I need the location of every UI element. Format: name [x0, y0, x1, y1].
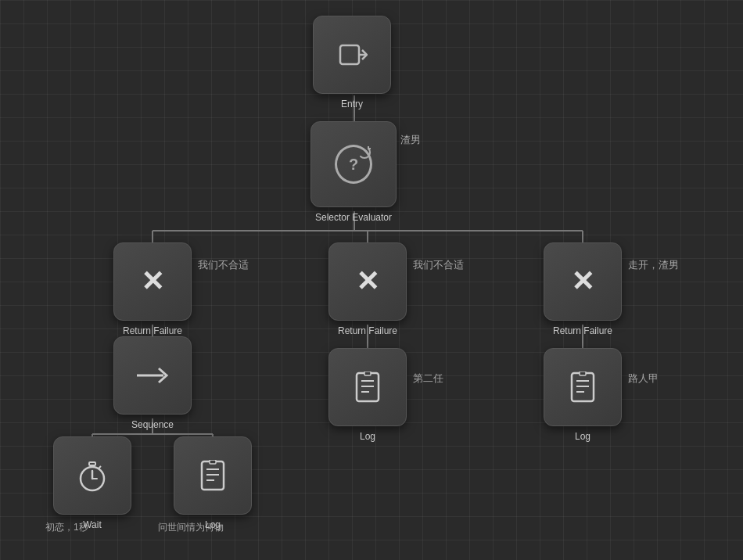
wait-box: [53, 436, 131, 515]
selector-icon: ?: [335, 145, 372, 183]
return-failure-3-label: Return Failure: [553, 325, 612, 336]
log-2-node[interactable]: Log 路人甲: [544, 348, 622, 442]
sequence-label: Sequence: [131, 419, 174, 430]
svg-rect-27: [89, 462, 95, 465]
log-3-node[interactable]: Log 问世间情为何物: [174, 436, 252, 530]
log-icon-1: [349, 368, 386, 406]
log-1-node[interactable]: Log 第二任: [328, 348, 407, 442]
selector-evaluator-node[interactable]: ? Selector Evaluator 渣男: [310, 121, 397, 223]
x-icon-2: ✕: [349, 263, 386, 300]
x-icon-3: ✕: [564, 263, 601, 300]
wait-node[interactable]: Wait 初恋，1秒: [53, 436, 131, 530]
svg-rect-13: [340, 45, 359, 64]
log-2-box: [544, 348, 622, 426]
return-failure-3-node[interactable]: ✕ Return Failure 走开，渣男: [544, 242, 622, 336]
log-icon-2: [564, 368, 601, 406]
return-failure-3-box: ✕: [544, 242, 622, 321]
return-failure-2-box: ✕: [328, 242, 407, 321]
selector-evaluator-comment: 渣男: [400, 133, 421, 147]
return-failure-1-node[interactable]: ✕ Return Failure 我们不合适: [113, 242, 192, 336]
entry-node[interactable]: Entry: [313, 16, 391, 109]
return-failure-1-box: ✕: [113, 242, 192, 321]
entry-node-box: [313, 16, 391, 94]
log-1-box: [328, 348, 407, 426]
return-failure-2-node[interactable]: ✕ Return Failure 我们不合适: [328, 242, 407, 336]
sequence-node[interactable]: Sequence: [113, 336, 192, 430]
log-icon-3: [194, 457, 232, 494]
return-failure-1-label: Return Failure: [123, 325, 182, 336]
log-3-comment: 问世间情为何物: [158, 521, 224, 534]
sequence-box: [113, 336, 192, 415]
entry-icon: [333, 36, 371, 74]
svg-rect-20: [364, 372, 371, 375]
sequence-icon: [134, 357, 171, 394]
return-failure-1-comment: 我们不合适: [198, 258, 249, 272]
x-icon-1: ✕: [134, 263, 171, 300]
log-1-label: Log: [360, 431, 375, 442]
svg-line-29: [99, 466, 101, 468]
selector-evaluator-label: Selector Evaluator: [315, 212, 392, 223]
selector-evaluator-box: ?: [310, 121, 397, 207]
return-failure-3-comment: 走开，渣男: [628, 258, 679, 272]
svg-rect-25: [580, 372, 586, 375]
wait-comment: 初恋，1秒: [45, 521, 88, 534]
log-2-comment: 路人甲: [628, 372, 659, 386]
entry-label: Entry: [341, 99, 363, 109]
svg-rect-36: [210, 460, 216, 464]
return-failure-2-comment: 我们不合适: [413, 258, 464, 272]
log-2-label: Log: [575, 431, 590, 442]
log-1-comment: 第二任: [413, 372, 443, 386]
return-failure-2-label: Return Failure: [338, 325, 397, 336]
log-3-box: [174, 436, 252, 515]
wait-icon: [74, 457, 111, 494]
